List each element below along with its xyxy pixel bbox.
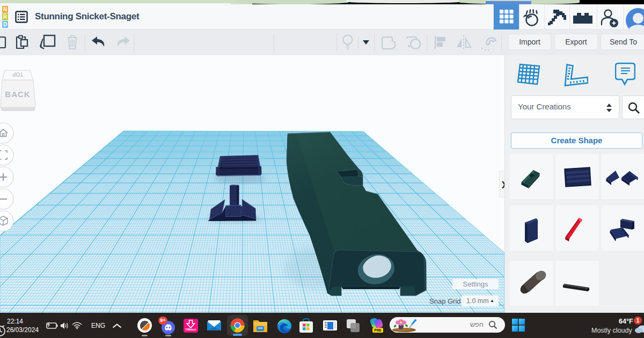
svg-text:TOP: TOP: [12, 71, 23, 77]
svg-text:BACK: BACK: [5, 90, 30, 99]
